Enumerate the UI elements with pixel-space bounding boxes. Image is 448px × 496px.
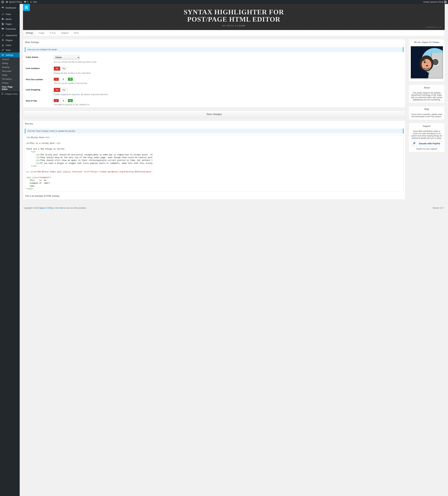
tab-size-stepper: − + <box>54 99 73 102</box>
content-area: SYNTAX HIGHLIGHTER FORPOST/PAGE HTML EDI… <box>20 4 448 496</box>
submenu-privacy[interactable]: Privacy <box>0 81 20 85</box>
menu-label: Posts <box>6 13 11 16</box>
paypal-icon: P <box>412 141 417 146</box>
menu-label: Settings <box>6 54 13 56</box>
tab-settings[interactable]: Settings <box>23 30 36 36</box>
tab-store[interactable]: Store <box>71 30 82 36</box>
menu-appearance[interactable]: Appearance <box>0 33 20 38</box>
preview-heading: Preview <box>23 121 405 127</box>
collapse-label: Collapse menu <box>5 93 18 95</box>
sliders-icon <box>1 53 4 56</box>
line-wrap-yes[interactable]: Yes <box>60 88 67 92</box>
submenu-writing[interactable]: Writing <box>0 61 20 65</box>
tab-size-desc: The width (in spaces) of Tab. Default is… <box>54 104 402 106</box>
site-name: SpaceX-Chimp <box>9 1 22 3</box>
submenu-permalinks[interactable]: Permalinks <box>0 77 20 81</box>
submenu-media[interactable]: Media <box>0 73 20 77</box>
line-wrap-desc: Enable wrapping for long lines. By defau… <box>54 93 402 96</box>
donate-button[interactable]: P Donate with PayPal <box>411 140 442 146</box>
chimp-image <box>411 46 443 78</box>
svg-point-6 <box>425 62 425 62</box>
submenu-discussion[interactable]: Discussion <box>0 69 20 73</box>
home-icon <box>6 1 8 3</box>
donate-label: Donate with PayPal <box>417 142 442 145</box>
collapse-menu[interactable]: Collapse menu <box>0 91 20 97</box>
side-column: We are «Space X-Chimp» <box>409 39 445 202</box>
settings-submenu: General Writing Reading Discussion Media… <box>0 57 20 91</box>
tab-size-label: Size of Tab <box>26 99 50 102</box>
submenu-general[interactable]: General <box>0 57 20 61</box>
support-text: Every little contribution helps to cover… <box>411 130 443 139</box>
footer-vendor-link[interactable]: Space X-Chimp <box>40 207 53 209</box>
first-line-plus[interactable]: + <box>68 78 73 81</box>
row-tab-size: Size of Tab − + The width (in spaces) of… <box>23 97 405 108</box>
line-numbers-yes[interactable]: Yes <box>60 67 67 71</box>
brush-icon <box>1 34 4 37</box>
support-card: Support Every little contribution helps … <box>409 123 445 152</box>
menu-label: Media <box>6 18 11 20</box>
wp-logo[interactable] <box>1 1 4 3</box>
preview-caption: This is an example of HTML markup. <box>23 193 405 200</box>
menu-settings[interactable]: Settings <box>0 52 20 57</box>
tab-size-minus[interactable]: − <box>54 99 59 102</box>
menu-posts[interactable]: Posts <box>0 12 20 16</box>
support-heading: Support <box>409 123 445 128</box>
menu-label: Users <box>6 44 11 46</box>
tab-support[interactable]: Support <box>59 30 71 36</box>
tab-size-plus[interactable]: + <box>68 99 73 102</box>
menu-dashboard[interactable]: Dashboard <box>0 5 20 10</box>
code-preview: <h1>Sticky Post</h1> <p>This is a sticky… <box>25 135 403 192</box>
help-heading: Help <box>409 106 445 111</box>
first-line-input[interactable] <box>59 78 68 81</box>
svg-point-1 <box>2 44 3 45</box>
main-settings-card: Main Settings Here you can configure thi… <box>23 39 405 108</box>
menu-pages[interactable]: Pages <box>0 21 20 26</box>
row-line-wrap: Line wrapping No Yes Enable wrapping for… <box>23 86 405 97</box>
pin-icon <box>1 13 4 16</box>
save-floppy-button[interactable] <box>23 4 30 11</box>
avatar-icon <box>444 1 447 3</box>
line-wrap-label: Line wrapping <box>26 88 50 91</box>
about-heading: About <box>409 85 445 90</box>
menu-media[interactable]: Media <box>0 16 20 21</box>
menu-plugins[interactable]: Plugins <box>0 38 20 43</box>
menu-label: Pages <box>6 23 12 25</box>
submenu-post-page-editor[interactable]: Post / Page Editor <box>0 85 20 91</box>
line-wrap-no[interactable]: No <box>54 88 60 92</box>
we-are-card: We are «Space X-Chimp» <box>409 39 445 81</box>
line-numbers-no[interactable]: No <box>54 67 60 71</box>
row-color-theme: Color theme Default You can choose the t… <box>23 54 405 65</box>
color-theme-select[interactable]: Default <box>54 55 80 60</box>
save-changes-button[interactable]: Save changes <box>23 110 405 118</box>
menu-tools[interactable]: Tools <box>0 47 20 52</box>
howdy-link[interactable]: Howdy, SpaceX-Chimp <box>423 1 447 3</box>
tab-faq[interactable]: F.A.Q. <box>47 30 59 36</box>
svg-point-7 <box>426 65 428 66</box>
menu-users[interactable]: Users <box>0 43 20 47</box>
line-numbers-toggle: No Yes <box>54 66 68 71</box>
admin-sidebar: Dashboard Posts Media Pages Comments App… <box>0 4 20 496</box>
collapse-icon <box>1 93 4 95</box>
first-line-stepper: − + <box>54 78 73 81</box>
tab-size-input[interactable] <box>59 99 68 102</box>
comment-icon <box>24 1 26 3</box>
color-theme-desc: You can choose the theme which you like … <box>54 61 402 63</box>
settings-notice: Here you can configure this plugin. <box>25 47 403 52</box>
banner-version: VERSION 2.25 <box>426 26 442 28</box>
plus-icon <box>30 1 32 3</box>
admin-bar: SpaceX-Chimp 0 New Howdy, SpaceX-Chimp <box>0 0 448 4</box>
footer-here-link[interactable]: here <box>60 207 64 209</box>
line-wrap-toggle: No Yes <box>54 88 68 92</box>
new-link[interactable]: New <box>30 1 37 3</box>
menu-comments[interactable]: Comments <box>0 26 20 31</box>
banner-title: SYNTAX HIGHLIGHTER FORPOST/PAGE HTML EDI… <box>28 9 440 23</box>
tab-usage[interactable]: Usage <box>36 30 47 36</box>
help-card: Help If you have a question, please read… <box>409 106 445 120</box>
new-label: New <box>33 1 37 3</box>
comments-link[interactable]: 0 <box>24 1 28 3</box>
dashboard-icon <box>1 6 4 9</box>
site-link[interactable]: SpaceX-Chimp <box>6 1 22 3</box>
submenu-reading[interactable]: Reading <box>0 65 20 69</box>
media-icon <box>1 17 4 20</box>
first-line-minus[interactable]: − <box>54 78 59 81</box>
